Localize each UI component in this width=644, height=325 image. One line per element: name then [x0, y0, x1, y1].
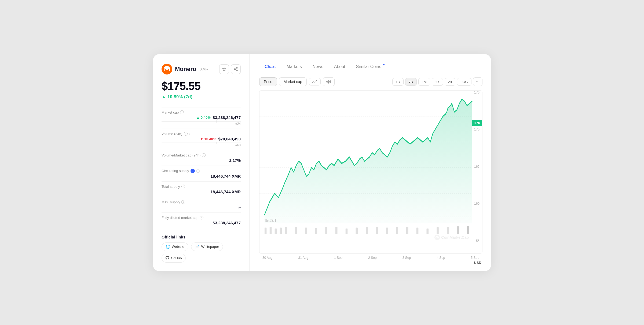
svg-rect-34 — [406, 227, 408, 234]
volume-value: $70,040,490 — [218, 137, 241, 141]
1m-button[interactable]: 1M — [418, 78, 430, 86]
svg-rect-30 — [366, 227, 368, 234]
svg-rect-23 — [295, 227, 297, 234]
svg-rect-26 — [325, 227, 327, 234]
all-button[interactable]: All — [445, 78, 455, 86]
fully-diluted-info-icon[interactable]: i — [200, 216, 203, 219]
right-panel: Chart Markets News About Similar Coins P… — [250, 54, 491, 271]
circ-supply-value: 18,446,744 XMR — [210, 174, 241, 178]
whitepaper-link[interactable]: 📄 Whitepaper — [191, 242, 223, 251]
svg-point-3 — [234, 69, 235, 70]
tab-about[interactable]: About — [329, 62, 351, 72]
official-links: Official links 🌐 Website 📄 Whitepaper — [162, 235, 241, 263]
document-icon: 📄 — [195, 245, 200, 249]
svg-rect-31 — [376, 227, 378, 234]
chart-controls: Price Market cap — [259, 77, 482, 86]
price-button[interactable]: Price — [259, 77, 277, 86]
market-cap-rank: #24 — [162, 122, 241, 126]
7d-button[interactable]: 7D — [405, 78, 417, 86]
svg-rect-18 — [265, 228, 267, 234]
1y-button[interactable]: 1Y — [432, 78, 443, 86]
market-cap-label: Market cap i — [162, 110, 241, 114]
candle-chart-icon-btn[interactable] — [323, 77, 335, 86]
watchlist-button[interactable] — [219, 64, 229, 74]
x-label-3: 2 Sep — [368, 256, 376, 260]
svg-rect-28 — [346, 229, 348, 234]
circ-supply-label: Circulating supply ✓ i — [162, 169, 241, 173]
svg-rect-29 — [356, 228, 358, 234]
total-supply-value: 18,446,744 XMR — [210, 189, 241, 194]
total-supply-info-icon[interactable]: i — [181, 185, 185, 188]
coin-symbol: XMR — [200, 67, 208, 71]
coin-name: Monero — [175, 66, 196, 73]
vol-mktcap-values: 2.17% — [162, 158, 241, 163]
circ-supply-info-icon[interactable]: i — [196, 169, 200, 173]
tab-chart[interactable]: Chart — [259, 62, 281, 72]
more-options-button[interactable]: ··· — [473, 77, 482, 86]
max-supply-info-icon[interactable]: i — [181, 200, 185, 204]
svg-rect-35 — [416, 228, 419, 234]
website-link[interactable]: 🌐 Website — [162, 242, 188, 251]
similar-coins-dot — [383, 64, 385, 65]
total-supply-label: Total supply i — [162, 185, 241, 189]
total-supply-values: 18,446,744 XMR — [162, 189, 241, 194]
max-supply-value: ∞ — [238, 205, 241, 210]
svg-rect-33 — [396, 227, 398, 234]
coinmarketcap-watermark: CoinMarketCap — [434, 235, 469, 240]
total-supply-row: Total supply i 18,446,744 XMR — [162, 182, 241, 197]
left-panel: Monero XMR $175.55 ▲ 10.89% (7d — [153, 54, 250, 271]
svg-point-2 — [236, 67, 237, 68]
links-row: 🌐 Website 📄 Whitepaper GitHub — [162, 242, 241, 263]
tabs-row: Chart Markets News About Similar Coins — [259, 62, 482, 72]
chart-controls-left: Price Market cap — [259, 77, 335, 86]
coin-logo-icon — [162, 64, 172, 74]
x-label-4: 3 Sep — [402, 256, 411, 260]
volume-bar — [162, 143, 241, 143]
tab-news[interactable]: News — [307, 62, 329, 72]
fully-diluted-values: $3,238,246,477 — [162, 221, 241, 225]
svg-rect-19 — [270, 227, 272, 234]
github-icon — [166, 256, 169, 260]
fully-diluted-label: Fully diluted market cap i — [162, 216, 241, 220]
svg-rect-25 — [315, 228, 317, 234]
tab-markets[interactable]: Markets — [281, 62, 307, 72]
volume-chevron-icon[interactable]: › — [189, 132, 190, 136]
github-link[interactable]: GitHub — [162, 254, 186, 263]
max-supply-values: ∞ — [162, 205, 241, 210]
market-cap-value: $3,238,246,477 — [213, 115, 241, 120]
tab-similar-coins[interactable]: Similar Coins — [351, 62, 387, 72]
stats-section: Market cap i ▲ 0.40% $3,238,246,477 #24 … — [162, 107, 241, 228]
line-chart-icon-btn[interactable] — [309, 78, 321, 85]
share-button[interactable] — [231, 64, 241, 74]
svg-rect-36 — [427, 229, 429, 234]
header-actions — [219, 64, 241, 74]
svg-rect-21 — [280, 228, 282, 234]
volume-values: ▼ 16.40% $70,040,490 — [162, 137, 241, 141]
coin-identity: Monero XMR — [162, 64, 208, 74]
x-label-5: 4 Sep — [437, 256, 445, 260]
main-card: Monero XMR $175.55 ▲ 10.89% (7d — [153, 54, 491, 271]
market-cap-change: ▲ 0.40% — [196, 115, 210, 119]
current-price-tag: 176 — [472, 120, 482, 126]
volume-info-icon[interactable]: i — [184, 132, 188, 136]
price-chart-svg: 158.2971 — [259, 91, 482, 253]
circ-supply-values: 18,446,744 XMR — [162, 174, 241, 178]
market-cap-button[interactable]: Market cap — [279, 77, 307, 86]
chart-controls-right: 1D 7D 1M 1Y All LOG ··· — [392, 77, 482, 86]
log-button[interactable]: LOG — [457, 78, 471, 86]
svg-rect-22 — [285, 227, 287, 234]
svg-line-6 — [235, 68, 237, 69]
vol-mktcap-info-icon[interactable]: i — [202, 153, 206, 157]
market-cap-values: ▲ 0.40% $3,238,246,477 — [162, 115, 241, 120]
x-axis: 30 Aug 31 Aug 1 Sep 2 Sep 3 Sep 4 Sep 5 … — [259, 254, 482, 260]
svg-rect-27 — [335, 227, 338, 234]
volume-label: Volume (24h) i › — [162, 132, 241, 136]
volume-bar-tick — [217, 142, 217, 144]
x-label-1: 31 Aug — [298, 256, 308, 260]
svg-rect-32 — [386, 228, 388, 234]
1d-button[interactable]: 1D — [392, 78, 404, 86]
svg-rect-20 — [275, 229, 277, 234]
svg-line-5 — [235, 69, 237, 70]
vol-mktcap-row: Volume/Market cap (24h) i 2.17% — [162, 150, 241, 166]
market-cap-info-icon[interactable]: i — [180, 110, 184, 114]
